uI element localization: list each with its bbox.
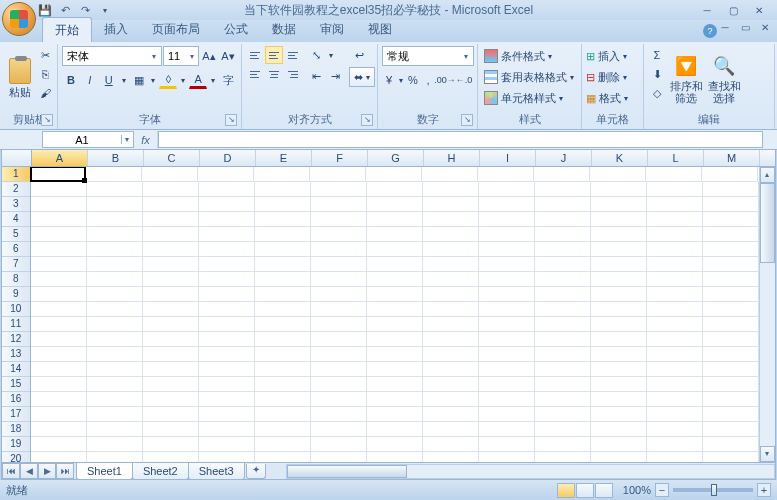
cell[interactable] (31, 182, 87, 197)
cell[interactable] (311, 272, 367, 287)
row-header[interactable]: 1 (2, 167, 30, 182)
cell[interactable] (703, 212, 759, 227)
font-name-combo[interactable]: ▾ (62, 46, 162, 66)
cell[interactable] (87, 197, 143, 212)
cell[interactable] (311, 212, 367, 227)
cell[interactable] (591, 227, 647, 242)
ribbon-tab-3[interactable]: 公式 (212, 17, 260, 42)
clear-button[interactable]: ◇ (648, 84, 666, 102)
cell[interactable] (479, 332, 535, 347)
cell[interactable] (143, 212, 199, 227)
row-header[interactable]: 20 (2, 452, 30, 462)
row-header[interactable]: 12 (2, 332, 30, 347)
cell[interactable] (311, 392, 367, 407)
cell[interactable] (31, 407, 87, 422)
cell[interactable] (255, 182, 311, 197)
next-sheet-button[interactable]: ▶ (38, 463, 56, 479)
scroll-down-button[interactable]: ▾ (760, 446, 775, 462)
row-header[interactable]: 11 (2, 317, 30, 332)
increase-decimal-button[interactable]: .00→ (436, 71, 454, 89)
fill-color-button[interactable]: ◊ (159, 71, 177, 89)
cell[interactable] (366, 167, 422, 182)
cell[interactable] (647, 392, 703, 407)
cell[interactable] (647, 227, 703, 242)
cell[interactable] (479, 347, 535, 362)
cell[interactable] (703, 272, 759, 287)
align-top-button[interactable] (246, 46, 264, 64)
cell[interactable] (31, 227, 87, 242)
cell[interactable] (703, 437, 759, 452)
align-center-button[interactable] (265, 65, 283, 83)
cell[interactable] (647, 302, 703, 317)
cell[interactable] (255, 392, 311, 407)
cell[interactable] (311, 257, 367, 272)
cell[interactable] (535, 272, 591, 287)
close-button[interactable]: ✕ (749, 3, 769, 17)
cell[interactable] (87, 332, 143, 347)
cell[interactable] (479, 182, 535, 197)
zoom-slider[interactable] (673, 488, 753, 492)
cell[interactable] (311, 452, 367, 462)
align-right-button[interactable] (284, 65, 302, 83)
font-size-dropdown[interactable]: ▾ (188, 52, 196, 61)
align-middle-button[interactable] (265, 46, 283, 64)
zoom-out-button[interactable]: − (655, 483, 669, 497)
cell[interactable] (87, 227, 143, 242)
cell[interactable] (423, 182, 479, 197)
cell[interactable] (87, 437, 143, 452)
maximize-button[interactable]: ▢ (723, 3, 743, 17)
cell[interactable] (199, 347, 255, 362)
cell[interactable] (199, 392, 255, 407)
cell[interactable] (535, 227, 591, 242)
cell[interactable] (199, 302, 255, 317)
cell[interactable] (703, 317, 759, 332)
cell[interactable] (591, 452, 647, 462)
fx-button[interactable]: fx (134, 130, 158, 149)
cell[interactable] (591, 437, 647, 452)
cell[interactable] (479, 227, 535, 242)
column-header[interactable]: C (144, 150, 200, 166)
cell[interactable] (31, 197, 87, 212)
cell[interactable] (591, 302, 647, 317)
cell[interactable] (423, 197, 479, 212)
cell[interactable] (255, 227, 311, 242)
zoom-in-button[interactable]: + (757, 483, 771, 497)
font-name-dropdown[interactable]: ▾ (148, 52, 159, 61)
underline-button[interactable]: U (100, 71, 118, 89)
cell[interactable] (535, 422, 591, 437)
cell[interactable] (647, 377, 703, 392)
row-header[interactable]: 10 (2, 302, 30, 317)
cell[interactable] (423, 362, 479, 377)
cell[interactable] (535, 317, 591, 332)
row-header[interactable]: 5 (2, 227, 30, 242)
border-dropdown[interactable]: ▾ (149, 71, 159, 89)
cell[interactable] (199, 362, 255, 377)
cell[interactable] (87, 392, 143, 407)
cell[interactable] (367, 182, 423, 197)
cell[interactable] (31, 302, 87, 317)
cell[interactable] (591, 377, 647, 392)
cell[interactable] (86, 167, 142, 182)
cell[interactable] (255, 242, 311, 257)
cell[interactable] (31, 377, 87, 392)
cell[interactable] (255, 362, 311, 377)
cell[interactable] (367, 317, 423, 332)
bold-button[interactable]: B (62, 71, 80, 89)
cell[interactable] (535, 362, 591, 377)
cell[interactable] (647, 332, 703, 347)
row-header[interactable]: 14 (2, 362, 30, 377)
cell[interactable] (703, 452, 759, 462)
cell[interactable] (591, 212, 647, 227)
cell[interactable] (87, 452, 143, 462)
cell[interactable] (367, 227, 423, 242)
row-header[interactable]: 9 (2, 287, 30, 302)
align-bottom-button[interactable] (284, 46, 302, 64)
accounting-dropdown[interactable]: ▾ (397, 71, 405, 89)
cell[interactable] (703, 347, 759, 362)
column-header[interactable]: M (704, 150, 760, 166)
cell[interactable] (311, 227, 367, 242)
office-button[interactable] (2, 2, 36, 36)
cell[interactable] (703, 377, 759, 392)
cell[interactable] (199, 437, 255, 452)
cell[interactable] (199, 452, 255, 462)
